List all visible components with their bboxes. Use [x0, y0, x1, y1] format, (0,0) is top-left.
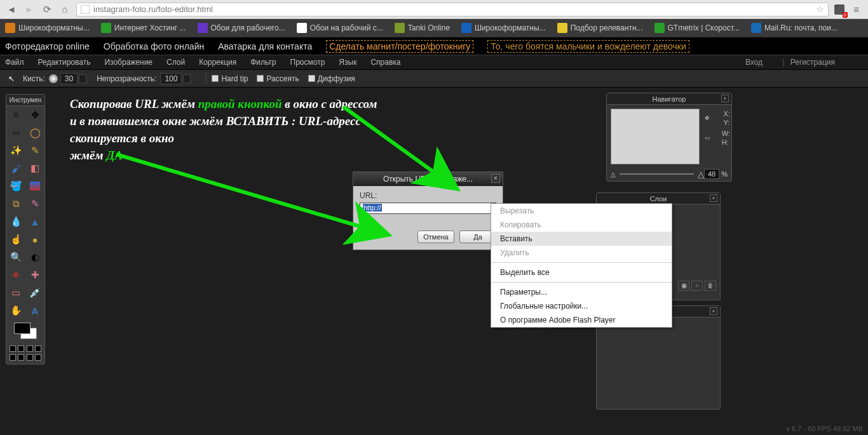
- dodge-tool-icon[interactable]: ◐: [25, 248, 44, 266]
- bucket-tool-icon[interactable]: 🪣: [6, 177, 25, 195]
- nav-magnet[interactable]: Сделать магнит/постер/фотокнигу: [326, 40, 473, 53]
- menu-help[interactable]: Справка: [370, 58, 400, 67]
- zoom-slider[interactable]: [620, 173, 694, 175]
- zoom-in-icon[interactable]: △: [698, 170, 704, 179]
- bookmark-item[interactable]: GTmetrix | Скорост...: [654, 23, 740, 33]
- bookmark-item[interactable]: Обои для рабочего...: [198, 23, 285, 33]
- scatter-check[interactable]: Рассеять: [257, 74, 299, 83]
- menu-correction[interactable]: Коррекция: [199, 58, 236, 67]
- menu-file[interactable]: Файл: [5, 58, 24, 67]
- bookmark-label: Tanki Online: [408, 23, 450, 32]
- ctx-about[interactable]: О программе Adobe Flash Player 11.8.800.…: [491, 313, 672, 327]
- bookmark-item[interactable]: Подбор релевантн...: [557, 23, 643, 33]
- bookmark-item[interactable]: Обои на рабочий с...: [297, 23, 383, 33]
- pencil-tool-icon[interactable]: ✎: [25, 142, 44, 159]
- bookmark-item[interactable]: Mail.Ru: почта, пои...: [751, 23, 837, 33]
- toolbox-panel: Инструмен ⌗ ✥ ▭ ◯ ✨ ✎ 🖌 ◧ 🪣 ⧉ ✎ 💧 ▲ ☝ ● …: [6, 94, 45, 365]
- ctx-copy[interactable]: Копировать: [491, 218, 672, 232]
- close-icon[interactable]: ×: [710, 194, 717, 202]
- eyedropper-tool-icon[interactable]: 💉: [25, 284, 44, 302]
- ctx-cut[interactable]: Вырезать: [491, 204, 672, 218]
- brush-dropdown-icon[interactable]: [79, 74, 86, 83]
- ctx-paste[interactable]: Вставить: [491, 232, 672, 246]
- favicon-icon: [198, 23, 208, 33]
- crop-tool-icon[interactable]: ⌗: [6, 106, 25, 124]
- cancel-button[interactable]: Отмена: [417, 231, 454, 243]
- menu-lang[interactable]: Язык: [339, 58, 356, 67]
- heal-tool-icon[interactable]: ✚: [25, 266, 44, 284]
- status-text: v 6.7 - 60 FPS 49.92 MB: [787, 425, 863, 432]
- nav-editor[interactable]: Фоторедактор online: [5, 41, 90, 51]
- opacity-value[interactable]: 100: [160, 73, 182, 84]
- sponge-tool-icon[interactable]: ●: [25, 231, 44, 248]
- extension-icon[interactable]: 0: [832, 3, 846, 17]
- brush-preview-icon[interactable]: [49, 74, 58, 83]
- brush-tool-icon[interactable]: 🖌: [6, 159, 25, 177]
- workspace: Инструмен ⌗ ✥ ▭ ◯ ✨ ✎ 🖌 ◧ 🪣 ⧉ ✎ 💧 ▲ ☝ ● …: [0, 88, 868, 435]
- diffuse-check[interactable]: Диффузия: [308, 74, 355, 83]
- navigator-preview[interactable]: [611, 109, 700, 164]
- menu-icon[interactable]: ≡: [850, 3, 864, 17]
- address-bar[interactable]: instagram-foto.ru/foto-editor.html ☆: [76, 3, 829, 17]
- move-tool-icon[interactable]: ✥: [25, 106, 44, 124]
- ctx-delete[interactable]: Удалить: [491, 246, 672, 260]
- replace-tool-icon[interactable]: ✎: [25, 195, 44, 213]
- login-link[interactable]: Вход: [745, 58, 763, 67]
- gradient-tool-icon[interactable]: [30, 182, 40, 191]
- shape-tool-icon[interactable]: ▭: [6, 284, 25, 302]
- brush-size[interactable]: 30: [60, 73, 78, 84]
- close-icon[interactable]: ×: [721, 95, 729, 102]
- bookmark-item[interactable]: Интернет Хостинг ...: [101, 23, 186, 33]
- new-layer-icon[interactable]: ▣: [678, 281, 689, 291]
- menu-image[interactable]: Изображение: [104, 58, 153, 67]
- menu-edit[interactable]: Редактировать: [38, 58, 91, 67]
- trash-icon[interactable]: 🗑: [705, 281, 716, 291]
- instruction-text: Скопировав URL жмём правой кнопкой в окн…: [70, 95, 377, 164]
- menu-view[interactable]: Просмотр: [290, 58, 325, 67]
- home-icon[interactable]: ⌂: [58, 3, 72, 17]
- bookmark-item[interactable]: Широкоформатны...: [5, 23, 90, 33]
- fg-color-swatch[interactable]: [14, 323, 31, 334]
- ctx-selectall[interactable]: Выделить все: [491, 265, 672, 279]
- text-tool-icon[interactable]: A: [25, 302, 44, 319]
- svg-line-1: [116, 154, 389, 235]
- zoom-out-icon[interactable]: △: [611, 171, 616, 178]
- toolbox-title: Инструмен: [6, 95, 44, 106]
- hardtip-check[interactable]: Hard tip: [212, 74, 248, 83]
- sharpen-tool-icon[interactable]: ▲: [25, 213, 44, 231]
- bookmark-item[interactable]: Tanki Online: [395, 23, 450, 33]
- clone-tool-icon[interactable]: ⧉: [6, 195, 25, 213]
- hand-tool-icon[interactable]: ✋: [6, 302, 25, 319]
- redeye-tool-icon[interactable]: 👁: [6, 266, 25, 284]
- forward-icon[interactable]: ►: [22, 3, 36, 17]
- nav-promo[interactable]: То, чего боятся мальчики и вожделеют дев…: [487, 40, 689, 53]
- star-icon[interactable]: ☆: [817, 4, 824, 14]
- reload-icon[interactable]: ⟳: [40, 3, 54, 17]
- page-icon: [81, 5, 90, 14]
- lasso-tool-icon[interactable]: ◯: [25, 124, 44, 142]
- register-link[interactable]: Регистрация: [790, 58, 835, 67]
- back-icon[interactable]: ◄: [4, 3, 18, 17]
- mask-icon[interactable]: ○: [691, 281, 703, 291]
- wand-tool-icon[interactable]: ✨: [6, 142, 25, 159]
- zoom-tool-icon[interactable]: 🔍: [6, 248, 25, 266]
- color-swatches[interactable]: [6, 319, 44, 342]
- close-icon[interactable]: ×: [710, 307, 717, 315]
- nav-process[interactable]: Обработка фото онлайн: [104, 41, 204, 51]
- zoom-value[interactable]: 48: [704, 169, 719, 179]
- blur-tool-icon[interactable]: 💧: [6, 213, 25, 231]
- url-input[interactable]: http://: [360, 203, 496, 214]
- bookmark-item[interactable]: Широкоформатны...: [461, 23, 546, 33]
- eraser-tool-icon[interactable]: ◧: [25, 159, 44, 177]
- ctx-global[interactable]: Глобальные настройки...: [491, 299, 672, 313]
- preset-grid: [6, 342, 44, 364]
- close-icon[interactable]: ×: [491, 174, 500, 183]
- marquee-tool-icon[interactable]: ▭: [6, 124, 25, 142]
- menu-filter[interactable]: Фильтр: [250, 58, 276, 67]
- smudge-tool-icon[interactable]: ☝: [6, 231, 25, 248]
- nav-avatar[interactable]: Аватарка для контакта: [218, 41, 312, 51]
- menu-layer[interactable]: Слой: [166, 58, 185, 67]
- favicon-icon: [461, 23, 471, 33]
- ctx-params[interactable]: Параметры...: [491, 285, 672, 299]
- opacity-dropdown-icon[interactable]: [183, 74, 191, 83]
